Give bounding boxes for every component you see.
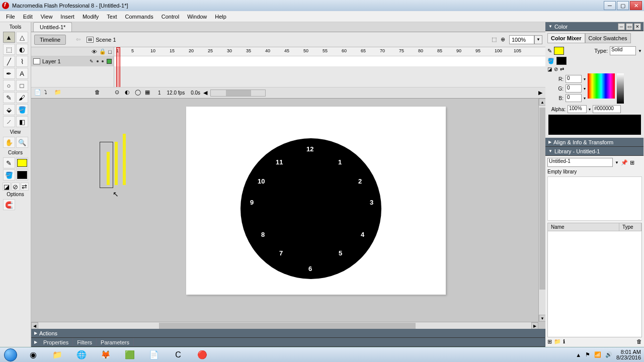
parameters-tab[interactable]: Parameters <box>97 338 134 346</box>
lasso-tool[interactable]: ⌇ <box>16 56 28 67</box>
clock-hand-3[interactable] <box>123 134 126 185</box>
frame-ruler[interactable]: 1 5 10 15 20 25 30 35 40 45 50 55 60 65 <box>114 47 545 56</box>
filters-tab[interactable]: Filters <box>73 338 97 346</box>
scroll-left[interactable]: ◀ <box>31 322 38 329</box>
library-col-name[interactable]: Name <box>548 223 619 231</box>
edit-frames-icon[interactable]: ▦ <box>145 89 154 97</box>
canvas[interactable]: 12 1 2 3 4 5 6 7 8 9 10 11 <box>186 107 446 295</box>
oval-tool[interactable]: ○ <box>3 80 15 91</box>
g-input[interactable]: 0 <box>566 84 582 93</box>
clock-hand-1[interactable] <box>107 152 110 185</box>
bw-icon[interactable]: ◪ <box>547 66 552 72</box>
scroll-up[interactable]: ▲ <box>539 99 545 106</box>
edit-symbol-icon[interactable]: ⊕ <box>501 36 505 43</box>
task-camtasia[interactable]: 🟩 <box>119 348 141 361</box>
actions-panel-header[interactable]: ▶Actions <box>31 329 545 338</box>
back-arrow-icon[interactable]: ⇦ <box>76 36 80 43</box>
ink-bottle-tool[interactable]: ⬙ <box>3 104 15 115</box>
menu-modify[interactable]: Modify <box>78 13 103 21</box>
scroll-right[interactable]: ▶ <box>531 322 538 329</box>
eyedropper-tool[interactable]: ⟋ <box>3 116 15 127</box>
zoom-level[interactable]: 100% <box>509 35 534 44</box>
task-app-7[interactable]: C <box>167 348 189 361</box>
properties-tab[interactable]: Properties <box>39 338 73 346</box>
alpha-input[interactable]: 100% <box>568 105 587 113</box>
scroll-down[interactable]: ▼ <box>539 315 545 322</box>
selection-tool[interactable]: ▲ <box>3 32 15 43</box>
scene-name[interactable]: Scene 1 <box>96 37 116 43</box>
center-frame-icon[interactable]: ⊙ <box>115 89 124 97</box>
color-swatches-tab[interactable]: Color Swatches <box>585 33 631 43</box>
gradient-tool[interactable]: ◐ <box>16 44 28 55</box>
task-chrome[interactable]: 🌐 <box>70 348 93 361</box>
align-panel-header[interactable]: ▶Align & Info & Transform <box>545 138 643 147</box>
clock-face[interactable]: 12 1 2 3 4 5 6 7 8 9 10 11 <box>240 138 381 279</box>
chevron-down-icon[interactable]: ▼ <box>638 49 642 53</box>
timeline-toggle[interactable]: Timeline <box>34 35 66 45</box>
color-mixer-tab[interactable]: Color Mixer <box>547 33 585 43</box>
subselection-tool[interactable]: △ <box>16 32 28 43</box>
menu-edit[interactable]: Edit <box>19 13 37 21</box>
no-color[interactable]: ⊘ <box>12 183 20 191</box>
fill-color-swatch[interactable] <box>556 57 567 65</box>
line-tool[interactable]: ╱ <box>3 56 15 67</box>
menu-window[interactable]: Window <box>183 13 211 21</box>
document-tab[interactable]: Untitled-1* <box>33 22 72 32</box>
free-transform-tool[interactable]: ⬚ <box>3 44 15 55</box>
paint-bucket-tool[interactable]: 🪣 <box>16 104 28 115</box>
onion-skin-icon[interactable]: ◐ <box>125 89 134 97</box>
b-input[interactable]: 0 <box>566 94 582 102</box>
snap-option[interactable]: 🧲 <box>3 199 15 210</box>
new-lib-icon[interactable]: ⊞ <box>630 159 634 166</box>
pin-icon[interactable]: 📌 <box>621 159 628 166</box>
pencil-tool[interactable]: ✎ <box>3 92 15 103</box>
task-app-6[interactable]: 📄 <box>143 348 165 361</box>
nocolor-icon[interactable]: ⊘ <box>554 66 558 72</box>
outline-icon[interactable]: □ <box>108 49 112 55</box>
new-folder-icon[interactable]: 📁 <box>54 89 63 97</box>
new-symbol-icon[interactable]: ⊞ <box>547 338 552 345</box>
task-firefox[interactable]: 🦊 <box>95 348 117 361</box>
menu-file[interactable]: File <box>2 13 19 21</box>
start-button[interactable] <box>0 347 21 363</box>
library-list[interactable] <box>547 231 642 337</box>
stroke-color[interactable] <box>16 157 28 168</box>
hand-tool[interactable]: ✋ <box>3 137 15 148</box>
tray-network-icon[interactable]: 📶 <box>594 351 601 358</box>
tray-clock[interactable]: 8:01 AM 8/23/2016 <box>616 349 641 360</box>
doc-restore[interactable]: ▭ <box>626 23 633 30</box>
brush-tool[interactable]: 🖌 <box>16 92 28 103</box>
doc-minimize[interactable]: ─ <box>618 23 625 30</box>
maximize-button[interactable]: ▢ <box>617 1 629 10</box>
fill-color[interactable] <box>16 169 28 180</box>
menu-text[interactable]: Text <box>103 13 121 21</box>
task-flash[interactable]: 🔴 <box>191 348 213 361</box>
zoom-tool[interactable]: 🔍 <box>16 137 28 148</box>
menu-control[interactable]: Control <box>157 13 183 21</box>
doc-close[interactable]: ✕ <box>634 23 641 30</box>
timeline-scrollbar[interactable] <box>210 89 266 97</box>
pen-tool[interactable]: ✒ <box>3 68 15 79</box>
task-explorer[interactable]: 📁 <box>46 348 68 361</box>
onion-outline-icon[interactable]: ◯ <box>135 89 144 97</box>
delete-symbol-icon[interactable]: 🗑 <box>636 338 642 345</box>
stage[interactable]: 12 1 2 3 4 5 6 7 8 9 10 11 <box>31 99 545 329</box>
properties-panel-header[interactable]: ▶ Properties Filters Parameters <box>31 338 545 347</box>
close-button[interactable]: ✕ <box>630 1 642 10</box>
lock-icon[interactable]: 🔒 <box>99 48 106 55</box>
playhead[interactable] <box>116 47 120 87</box>
zoom-dropdown[interactable]: ▼ <box>534 35 542 44</box>
new-layer-icon[interactable]: 📄 <box>34 89 43 97</box>
vertical-scrollbar[interactable]: ▲ ▼ <box>538 99 545 322</box>
text-tool[interactable]: A <box>16 68 28 79</box>
minimize-button[interactable]: ─ <box>604 1 616 10</box>
tray-flag-icon[interactable]: ⚑ <box>585 351 590 358</box>
frames-panel[interactable]: 1 5 10 15 20 25 30 35 40 45 50 55 60 65 <box>114 47 545 87</box>
scroll-right-icon[interactable]: ▶ <box>538 89 542 96</box>
default-colors[interactable]: ◪ <box>3 183 11 191</box>
new-guide-icon[interactable]: ⤵ <box>44 89 53 97</box>
swap-colors[interactable]: ⇄ <box>21 183 29 191</box>
new-folder-lib-icon[interactable]: 📁 <box>554 338 561 345</box>
menu-help[interactable]: Help <box>211 13 230 21</box>
hex-input[interactable]: #000000 <box>593 105 621 113</box>
